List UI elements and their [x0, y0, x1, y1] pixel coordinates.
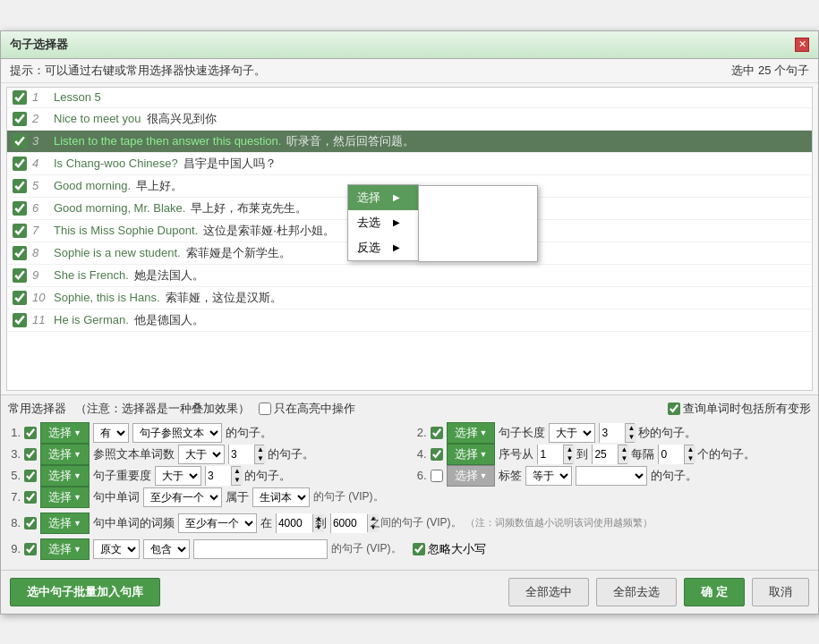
row3-spinup[interactable]: ▲ [255, 445, 266, 454]
row4-from-spinbtns: ▲ ▼ [563, 445, 575, 463]
row2-cb[interactable] [431, 427, 443, 439]
row5-label: 句子重要度 [93, 468, 151, 484]
row5-cb[interactable] [24, 470, 37, 482]
ctx-sub-all[interactable]: 全部 [419, 186, 537, 211]
row1-cb[interactable] [24, 427, 37, 439]
row4-from-value[interactable] [538, 445, 563, 464]
ctx-invert[interactable]: 反选 ▶ [348, 235, 418, 260]
sentence-checkbox[interactable] [13, 179, 27, 193]
row8-from-value[interactable] [277, 513, 312, 533]
list-item[interactable]: 3Listen to the tape then answer this que… [7, 131, 812, 153]
list-item[interactable]: 11He is German.他是德国人。 [7, 309, 812, 332]
sentence-checkbox[interactable] [13, 90, 27, 105]
list-item[interactable]: 10Sophie, this is Hans.索菲娅，这位是汉斯。 [7, 287, 812, 309]
list-item[interactable]: 4Is Chang-woo Chinese?昌宇是中国人吗？ [7, 153, 812, 175]
row6-num: 6. [414, 469, 427, 482]
sentence-checkbox[interactable] [13, 268, 27, 283]
query-include-forms-cb[interactable] [668, 402, 680, 415]
row4-action[interactable]: 选择▼ [447, 444, 496, 465]
row4-cb[interactable] [431, 448, 443, 461]
row4-to-value[interactable] [593, 445, 618, 464]
close-button[interactable]: ✕ [795, 38, 809, 52]
row8-action[interactable]: 选择▼ [40, 513, 90, 534]
row2-action[interactable]: 选择▼ [447, 422, 496, 444]
row5-action[interactable]: 选择▼ [40, 465, 90, 487]
ctx-sub-mypool[interactable]: 我的句库中的句子 [419, 236, 537, 261]
row8-to-value[interactable] [331, 513, 367, 533]
batch-add-button[interactable]: 选中句子批量加入句库 [10, 578, 160, 606]
row9-input[interactable] [193, 539, 328, 559]
row3-label: 参照文本单词数 [93, 446, 175, 462]
row4-num: 4. [414, 447, 427, 461]
row9-ignore-case-cb[interactable] [413, 543, 425, 555]
row2-value[interactable] [600, 423, 625, 443]
main-window: 句子选择器 ✕ 提示：可以通过右键或常用选择器快速选择句子。 选中 25 个句子… [0, 30, 819, 614]
row3-spinbtns: ▲ ▼ [254, 445, 266, 463]
row7-qualifier[interactable]: 至少有一个 [143, 487, 222, 507]
row2-spinup[interactable]: ▲ [626, 424, 636, 433]
row9-cb[interactable] [24, 543, 37, 555]
ctx-deselect[interactable]: 去选 ▶ [348, 210, 418, 235]
list-item[interactable]: 9She is French.她是法国人。 [7, 265, 812, 287]
row7-value[interactable]: 生词本 [252, 487, 310, 507]
ctx-deselect-label: 去选 [357, 215, 380, 231]
row4-from-spinup[interactable]: ▲ [564, 445, 575, 454]
row6-cb[interactable] [431, 470, 443, 482]
row3-cb[interactable] [24, 448, 37, 461]
row4-unit: 个的句子。 [697, 446, 755, 462]
sentence-checkbox[interactable] [13, 224, 27, 238]
row7-cb[interactable] [24, 491, 37, 504]
row9-qualifier[interactable]: 包含 [143, 539, 190, 559]
row4-interval-spinup[interactable]: ▲ [685, 445, 695, 454]
select-all-button[interactable]: 全部选中 [508, 578, 589, 606]
row3-value[interactable] [229, 445, 254, 464]
sentence-checkbox[interactable] [13, 112, 27, 126]
row6-cmp[interactable]: 等于 [525, 466, 572, 486]
row7-action[interactable]: 选择▼ [40, 487, 90, 508]
row1-select2[interactable]: 句子参照文本 [132, 423, 222, 443]
row-8: 8. 选择▼ 句中单词的词频 至少有一个 在 ▲ ▼ 到 ▲ ▼ 之间 [8, 513, 811, 534]
ctx-sub-highlight[interactable]: 高亮 [419, 211, 537, 236]
row3-action[interactable]: 选择▼ [40, 444, 90, 465]
row4-to-spindown[interactable]: ▼ [619, 454, 629, 463]
only-highlight-cb[interactable] [259, 402, 271, 415]
row8-qualifier[interactable]: 至少有一个 [178, 513, 257, 533]
sentence-checkbox[interactable] [13, 157, 27, 171]
row2-spindown[interactable]: ▼ [626, 433, 636, 442]
row9-type[interactable]: 原文 [93, 539, 140, 559]
row5-spindown[interactable]: ▼ [232, 476, 243, 485]
row6-value[interactable] [576, 466, 647, 486]
row9-action[interactable]: 选择▼ [40, 538, 90, 560]
row6-action[interactable]: 选择▼ [447, 465, 496, 487]
panel-note-text: （注意：选择器是一种叠加效果） [75, 401, 250, 417]
row1-action[interactable]: 选择▼ [40, 422, 90, 444]
sentence-checkbox[interactable] [13, 291, 27, 305]
row4-to-text: 到 [576, 446, 588, 462]
cancel-button[interactable]: 取消 [752, 578, 809, 606]
confirm-button[interactable]: 确 定 [684, 578, 745, 606]
row6-unit: 的句子。 [651, 468, 697, 484]
sentence-checkbox[interactable] [13, 201, 27, 216]
sentence-checkbox[interactable] [13, 246, 27, 260]
row4-from-spindown[interactable]: ▼ [564, 454, 575, 463]
sentence-checkbox[interactable] [13, 313, 27, 327]
hint-bar: 提示：可以通过右键或常用选择器快速选择句子。 选中 25 个句子 [1, 59, 818, 83]
row5-spinup[interactable]: ▲ [232, 467, 243, 476]
deselect-all-button[interactable]: 全部去选 [596, 578, 677, 606]
row4-interval-spindown[interactable]: ▼ [685, 454, 695, 463]
row6-label: 标签 [499, 468, 522, 484]
row4-interval-value[interactable] [659, 445, 684, 464]
row8-cb[interactable] [24, 517, 37, 530]
row5-cmp[interactable]: 大于 [155, 466, 201, 486]
row-2: 2. 选择▼ 句子长度 大于 ▲ ▼ 秒的句子。 [414, 422, 812, 444]
row5-value[interactable] [206, 466, 231, 486]
row2-cmp[interactable]: 大于 [549, 423, 595, 443]
row3-spindown[interactable]: ▼ [255, 454, 266, 463]
sentence-checkbox[interactable] [13, 134, 27, 148]
row3-cmp[interactable]: 大于 [178, 445, 225, 464]
ctx-select[interactable]: 选择 ▶ 全部 高亮 我的句库中的句子 [348, 185, 418, 210]
list-item[interactable]: 2Nice to meet you很高兴见到你 [7, 108, 812, 131]
list-item[interactable]: 1Lesson 5 [7, 88, 812, 108]
row1-select1[interactable]: 有 [93, 423, 129, 443]
row4-to-spinup[interactable]: ▲ [619, 445, 629, 454]
